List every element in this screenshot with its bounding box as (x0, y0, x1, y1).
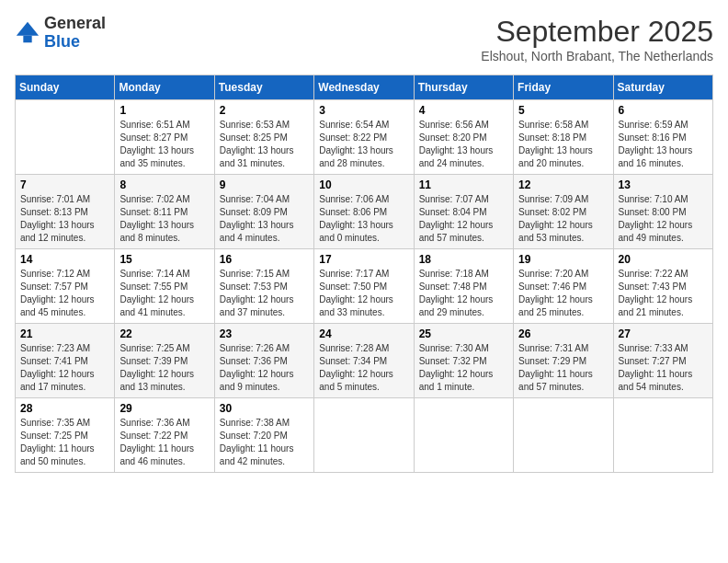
calendar-cell: 16Sunrise: 7:15 AMSunset: 7:53 PMDayligh… (214, 249, 313, 324)
calendar-cell: 15Sunrise: 7:14 AMSunset: 7:55 PMDayligh… (115, 249, 214, 324)
month-title: September 2025 (481, 15, 713, 49)
day-number: 6 (619, 104, 708, 117)
day-info: Sunrise: 7:35 AMSunset: 7:25 PMDaylight:… (20, 417, 109, 468)
day-number: 10 (319, 178, 408, 191)
weekday-row: SundayMondayTuesdayWednesdayThursdayFrid… (16, 75, 713, 100)
day-number: 27 (619, 327, 708, 340)
calendar-cell: 17Sunrise: 7:17 AMSunset: 7:50 PMDayligh… (314, 249, 414, 324)
day-info: Sunrise: 6:51 AMSunset: 8:27 PMDaylight:… (119, 119, 209, 170)
day-number: 23 (220, 327, 309, 340)
day-number: 13 (619, 178, 708, 191)
day-info: Sunrise: 7:18 AMSunset: 7:48 PMDaylight:… (419, 268, 508, 319)
day-info: Sunrise: 7:17 AMSunset: 7:50 PMDaylight:… (319, 268, 408, 319)
day-number: 19 (518, 253, 608, 266)
calendar-cell: 5Sunrise: 6:58 AMSunset: 8:18 PMDaylight… (514, 100, 613, 175)
calendar-cell: 7Sunrise: 7:01 AMSunset: 8:13 PMDaylight… (16, 175, 115, 249)
weekday-header: Monday (115, 75, 214, 100)
logo-icon (15, 20, 40, 46)
day-number: 28 (20, 402, 109, 415)
weekday-header: Tuesday (214, 75, 313, 100)
weekday-header: Saturday (613, 75, 712, 100)
day-number: 24 (319, 327, 408, 340)
day-number: 21 (20, 327, 109, 340)
title-block: September 2025 Elshout, North Brabant, T… (481, 15, 713, 63)
day-info: Sunrise: 7:26 AMSunset: 7:36 PMDaylight:… (220, 342, 309, 394)
day-info: Sunrise: 6:59 AMSunset: 8:16 PMDaylight:… (619, 119, 708, 170)
day-info: Sunrise: 7:30 AMSunset: 7:32 PMDaylight:… (419, 342, 508, 394)
day-number: 11 (419, 178, 508, 191)
calendar-cell: 19Sunrise: 7:20 AMSunset: 7:46 PMDayligh… (514, 249, 613, 324)
day-info: Sunrise: 7:23 AMSunset: 7:41 PMDaylight:… (20, 342, 109, 394)
calendar-week-row: 1Sunrise: 6:51 AMSunset: 8:27 PMDaylight… (16, 100, 713, 175)
calendar-cell: 6Sunrise: 6:59 AMSunset: 8:16 PMDaylight… (613, 100, 712, 175)
calendar-cell: 30Sunrise: 7:38 AMSunset: 7:20 PMDayligh… (214, 398, 313, 473)
calendar-cell: 13Sunrise: 7:10 AMSunset: 8:00 PMDayligh… (613, 175, 712, 249)
day-info: Sunrise: 6:53 AMSunset: 8:25 PMDaylight:… (220, 119, 309, 170)
calendar-cell: 28Sunrise: 7:35 AMSunset: 7:25 PMDayligh… (16, 398, 115, 473)
day-info: Sunrise: 7:25 AMSunset: 7:39 PMDaylight:… (119, 342, 209, 394)
calendar-cell (314, 398, 414, 473)
logo-blue: Blue (44, 32, 80, 51)
day-info: Sunrise: 7:31 AMSunset: 7:29 PMDaylight:… (518, 342, 608, 394)
day-number: 26 (518, 327, 608, 340)
calendar-cell (414, 398, 513, 473)
day-info: Sunrise: 6:58 AMSunset: 8:18 PMDaylight:… (518, 119, 608, 170)
day-number: 25 (419, 327, 508, 340)
day-info: Sunrise: 7:06 AMSunset: 8:06 PMDaylight:… (319, 193, 408, 245)
weekday-header: Thursday (414, 75, 513, 100)
day-number: 20 (619, 253, 708, 266)
calendar-cell: 14Sunrise: 7:12 AMSunset: 7:57 PMDayligh… (16, 249, 115, 324)
day-info: Sunrise: 7:36 AMSunset: 7:22 PMDaylight:… (119, 417, 209, 468)
page-header: General Blue September 2025 Elshout, Nor… (15, 15, 713, 63)
calendar-cell: 12Sunrise: 7:09 AMSunset: 8:02 PMDayligh… (514, 175, 613, 249)
calendar-cell: 8Sunrise: 7:02 AMSunset: 8:11 PMDaylight… (115, 175, 214, 249)
day-number: 30 (220, 402, 309, 415)
day-number: 5 (518, 104, 608, 117)
day-info: Sunrise: 7:38 AMSunset: 7:20 PMDaylight:… (220, 417, 309, 468)
day-info: Sunrise: 7:04 AMSunset: 8:09 PMDaylight:… (220, 193, 309, 245)
day-number: 18 (419, 253, 508, 266)
logo: General Blue (15, 15, 106, 52)
day-number: 29 (119, 402, 209, 415)
calendar-week-row: 21Sunrise: 7:23 AMSunset: 7:41 PMDayligh… (16, 324, 713, 398)
calendar-cell: 11Sunrise: 7:07 AMSunset: 8:04 PMDayligh… (414, 175, 513, 249)
day-info: Sunrise: 7:07 AMSunset: 8:04 PMDaylight:… (419, 193, 508, 245)
day-info: Sunrise: 7:09 AMSunset: 8:02 PMDaylight:… (518, 193, 608, 245)
day-number: 2 (220, 104, 309, 117)
day-info: Sunrise: 7:15 AMSunset: 7:53 PMDaylight:… (220, 268, 309, 319)
calendar-header: SundayMondayTuesdayWednesdayThursdayFrid… (16, 75, 713, 100)
day-number: 3 (319, 104, 408, 117)
day-info: Sunrise: 7:33 AMSunset: 7:27 PMDaylight:… (619, 342, 708, 394)
calendar-cell: 18Sunrise: 7:18 AMSunset: 7:48 PMDayligh… (414, 249, 513, 324)
calendar-week-row: 28Sunrise: 7:35 AMSunset: 7:25 PMDayligh… (16, 398, 713, 473)
day-number: 4 (419, 104, 508, 117)
day-info: Sunrise: 7:22 AMSunset: 7:43 PMDaylight:… (619, 268, 708, 319)
calendar-cell (514, 398, 613, 473)
day-number: 16 (220, 253, 309, 266)
location-subtitle: Elshout, North Brabant, The Netherlands (481, 49, 713, 63)
logo-general: General (44, 14, 106, 32)
calendar-cell: 26Sunrise: 7:31 AMSunset: 7:29 PMDayligh… (514, 324, 613, 398)
day-info: Sunrise: 7:12 AMSunset: 7:57 PMDaylight:… (20, 268, 109, 319)
day-info: Sunrise: 6:54 AMSunset: 8:22 PMDaylight:… (319, 119, 408, 170)
logo-text: General Blue (44, 15, 106, 52)
svg-marker-0 (17, 22, 39, 36)
calendar-cell: 3Sunrise: 6:54 AMSunset: 8:22 PMDaylight… (314, 100, 414, 175)
calendar-cell: 27Sunrise: 7:33 AMSunset: 7:27 PMDayligh… (613, 324, 712, 398)
day-number: 9 (220, 178, 309, 191)
calendar-cell: 22Sunrise: 7:25 AMSunset: 7:39 PMDayligh… (115, 324, 214, 398)
calendar-cell (16, 100, 115, 175)
day-info: Sunrise: 7:01 AMSunset: 8:13 PMDaylight:… (20, 193, 109, 245)
calendar-cell: 29Sunrise: 7:36 AMSunset: 7:22 PMDayligh… (115, 398, 214, 473)
calendar-cell: 10Sunrise: 7:06 AMSunset: 8:06 PMDayligh… (314, 175, 414, 249)
weekday-header: Wednesday (314, 75, 414, 100)
day-info: Sunrise: 7:28 AMSunset: 7:34 PMDaylight:… (319, 342, 408, 394)
day-number: 1 (119, 104, 209, 117)
day-number: 15 (119, 253, 209, 266)
day-info: Sunrise: 7:10 AMSunset: 8:00 PMDaylight:… (619, 193, 708, 245)
day-number: 8 (119, 178, 209, 191)
calendar-cell: 2Sunrise: 6:53 AMSunset: 8:25 PMDaylight… (214, 100, 313, 175)
calendar-table: SundayMondayTuesdayWednesdayThursdayFrid… (15, 75, 713, 473)
calendar-cell: 21Sunrise: 7:23 AMSunset: 7:41 PMDayligh… (16, 324, 115, 398)
calendar-week-row: 14Sunrise: 7:12 AMSunset: 7:57 PMDayligh… (16, 249, 713, 324)
